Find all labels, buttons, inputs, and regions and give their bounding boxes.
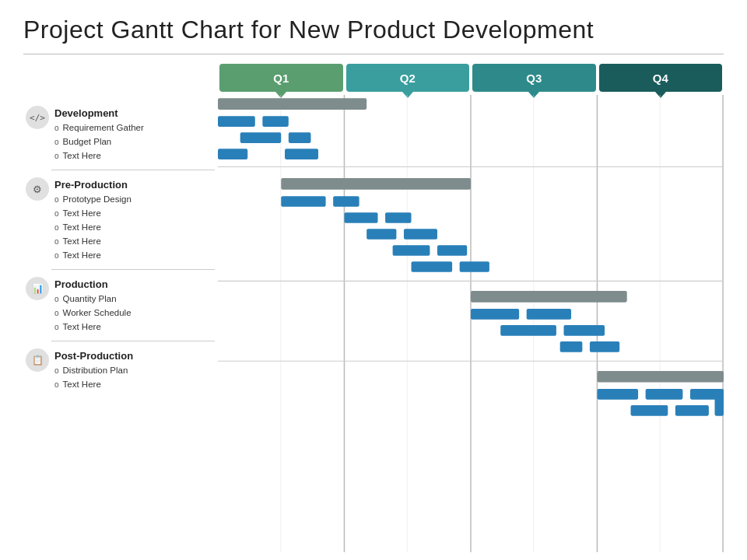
gantt-svg: [218, 95, 724, 552]
icon-production: 📊: [26, 277, 49, 300]
task-budget-plan: Budget Plan: [51, 135, 218, 149]
task-preprod-text2: Text Here: [51, 220, 218, 234]
section-postproduction: 📋 Post-Production Distribution Plan Text…: [23, 347, 218, 391]
task-worker: Worker Schedule: [51, 306, 218, 320]
svg-rect-26: [471, 291, 627, 303]
svg-rect-11: [218, 149, 247, 159]
section-development: </> Development Requirement Gather Budge…: [23, 104, 218, 163]
task-preprod-text3: Text Here: [51, 234, 218, 248]
labels-development: Development Requirement Gather Budget Pl…: [51, 104, 218, 163]
svg-rect-19: [366, 229, 396, 240]
svg-rect-40: [715, 389, 724, 416]
svg-rect-29: [500, 325, 556, 336]
svg-rect-23: [412, 261, 453, 272]
q4-header: Q4: [599, 64, 723, 92]
svg-rect-22: [437, 245, 467, 256]
svg-rect-17: [345, 212, 378, 223]
left-panel: </> Development Requirement Gather Budge…: [23, 64, 218, 552]
gantt-panel: Q1 Q2 Q3 Q4: [218, 64, 724, 552]
task-prototype: Prototype Design: [51, 192, 218, 206]
svg-rect-10: [289, 132, 311, 143]
svg-rect-32: [590, 341, 619, 352]
q3-header: Q3: [472, 64, 596, 92]
svg-rect-15: [281, 196, 325, 207]
svg-rect-6: [218, 98, 366, 110]
section-title-postproduction: Post-Production: [51, 347, 218, 363]
divider-3: [51, 341, 215, 341]
q2-header: Q2: [346, 64, 470, 92]
icon-postproduction: 📋: [26, 348, 49, 372]
svg-rect-18: [385, 212, 411, 223]
quarter-headers: Q1 Q2 Q3 Q4: [218, 64, 724, 92]
task-preprod-text4: Text Here: [51, 248, 218, 262]
divider-1: [51, 170, 215, 170]
svg-rect-21: [393, 245, 430, 256]
svg-rect-27: [471, 309, 519, 320]
divider-2: [51, 269, 215, 270]
icon-preproduction: ⚙: [26, 177, 49, 201]
section-title-preproduction: Pre-Production: [51, 176, 218, 192]
task-postprod-text: Text Here: [51, 377, 218, 391]
svg-rect-20: [404, 229, 437, 240]
svg-rect-28: [527, 309, 571, 320]
task-preprod-text1: Text Here: [51, 206, 218, 220]
page: Project Gantt Chart for New Product Deve…: [0, 0, 747, 560]
svg-rect-39: [675, 405, 709, 416]
svg-rect-7: [218, 116, 255, 127]
title-divider: [23, 54, 724, 54]
section-preproduction: ⚙ Pre-Production Prototype Design Text H…: [23, 176, 218, 262]
svg-rect-31: [560, 341, 583, 352]
svg-rect-12: [285, 149, 318, 159]
svg-rect-24: [460, 261, 489, 272]
task-dev-text: Text Here: [51, 149, 218, 163]
task-quantity: Quantity Plan: [51, 292, 218, 306]
svg-rect-9: [240, 132, 282, 143]
labels-preproduction: Pre-Production Prototype Design Text Her…: [51, 176, 218, 262]
q1-header: Q1: [219, 64, 343, 92]
gantt-rows-area: [218, 95, 724, 552]
chart-container: </> Development Requirement Gather Budge…: [23, 64, 724, 552]
svg-rect-30: [563, 325, 605, 336]
svg-rect-34: [598, 371, 724, 383]
svg-rect-14: [281, 178, 471, 190]
icon-development: </>: [26, 106, 49, 129]
labels-production: Production Quantity Plan Worker Schedule…: [51, 275, 218, 334]
task-prod-text: Text Here: [51, 320, 218, 334]
svg-rect-8: [262, 116, 288, 127]
svg-rect-35: [598, 389, 639, 400]
task-distribution: Distribution Plan: [51, 363, 218, 377]
section-title-development: Development: [51, 104, 218, 121]
task-req-gather: Requirement Gather: [51, 121, 218, 135]
page-title: Project Gantt Chart for New Product Deve…: [23, 16, 724, 51]
svg-rect-36: [646, 389, 683, 400]
section-title-production: Production: [51, 275, 218, 292]
svg-rect-16: [333, 196, 359, 207]
svg-rect-38: [631, 405, 668, 416]
labels-postproduction: Post-Production Distribution Plan Text H…: [51, 347, 218, 391]
section-production: 📊 Production Quantity Plan Worker Schedu…: [23, 275, 218, 334]
